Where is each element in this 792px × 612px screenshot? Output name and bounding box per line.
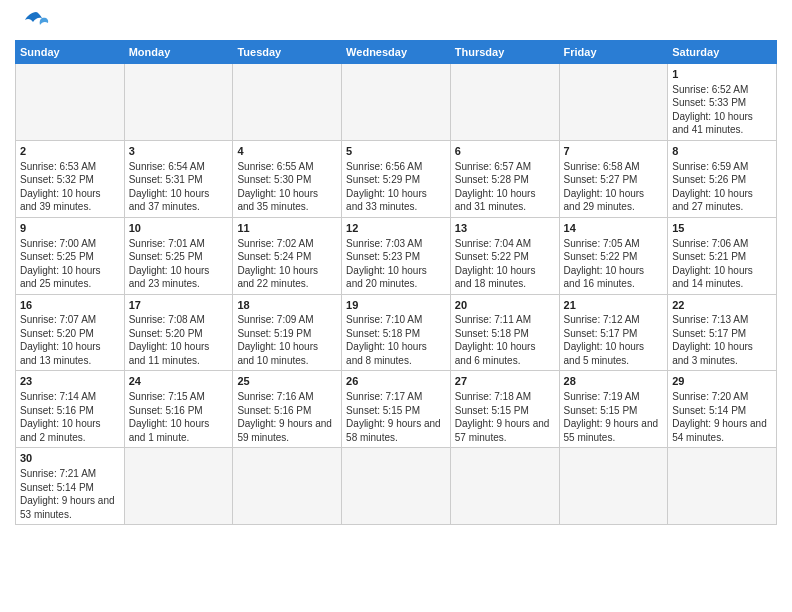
calendar-cell: 15Sunrise: 7:06 AM Sunset: 5:21 PM Dayli… bbox=[668, 217, 777, 294]
day-info: Sunrise: 7:00 AM Sunset: 5:25 PM Dayligh… bbox=[20, 237, 120, 291]
day-info: Sunrise: 7:17 AM Sunset: 5:15 PM Dayligh… bbox=[346, 390, 446, 444]
calendar-cell: 22Sunrise: 7:13 AM Sunset: 5:17 PM Dayli… bbox=[668, 294, 777, 371]
calendar-cell bbox=[233, 448, 342, 525]
day-info: Sunrise: 7:03 AM Sunset: 5:23 PM Dayligh… bbox=[346, 237, 446, 291]
day-number: 13 bbox=[455, 221, 555, 236]
day-number: 26 bbox=[346, 374, 446, 389]
calendar-cell: 13Sunrise: 7:04 AM Sunset: 5:22 PM Dayli… bbox=[450, 217, 559, 294]
calendar-cell bbox=[668, 448, 777, 525]
weekday-wednesday: Wednesday bbox=[342, 41, 451, 64]
day-info: Sunrise: 7:13 AM Sunset: 5:17 PM Dayligh… bbox=[672, 313, 772, 367]
day-number: 28 bbox=[564, 374, 664, 389]
calendar-cell: 4Sunrise: 6:55 AM Sunset: 5:30 PM Daylig… bbox=[233, 140, 342, 217]
day-number: 22 bbox=[672, 298, 772, 313]
day-info: Sunrise: 7:02 AM Sunset: 5:24 PM Dayligh… bbox=[237, 237, 337, 291]
day-info: Sunrise: 6:58 AM Sunset: 5:27 PM Dayligh… bbox=[564, 160, 664, 214]
day-number: 25 bbox=[237, 374, 337, 389]
day-info: Sunrise: 7:10 AM Sunset: 5:18 PM Dayligh… bbox=[346, 313, 446, 367]
calendar-cell: 5Sunrise: 6:56 AM Sunset: 5:29 PM Daylig… bbox=[342, 140, 451, 217]
day-number: 10 bbox=[129, 221, 229, 236]
day-number: 17 bbox=[129, 298, 229, 313]
day-info: Sunrise: 7:12 AM Sunset: 5:17 PM Dayligh… bbox=[564, 313, 664, 367]
day-number: 29 bbox=[672, 374, 772, 389]
day-info: Sunrise: 7:05 AM Sunset: 5:22 PM Dayligh… bbox=[564, 237, 664, 291]
day-number: 6 bbox=[455, 144, 555, 159]
day-info: Sunrise: 7:09 AM Sunset: 5:19 PM Dayligh… bbox=[237, 313, 337, 367]
calendar-cell: 9Sunrise: 7:00 AM Sunset: 5:25 PM Daylig… bbox=[16, 217, 125, 294]
day-number: 21 bbox=[564, 298, 664, 313]
calendar-row: 16Sunrise: 7:07 AM Sunset: 5:20 PM Dayli… bbox=[16, 294, 777, 371]
calendar-cell: 7Sunrise: 6:58 AM Sunset: 5:27 PM Daylig… bbox=[559, 140, 668, 217]
day-number: 15 bbox=[672, 221, 772, 236]
day-number: 20 bbox=[455, 298, 555, 313]
calendar-cell: 27Sunrise: 7:18 AM Sunset: 5:15 PM Dayli… bbox=[450, 371, 559, 448]
calendar-cell: 23Sunrise: 7:14 AM Sunset: 5:16 PM Dayli… bbox=[16, 371, 125, 448]
weekday-thursday: Thursday bbox=[450, 41, 559, 64]
weekday-saturday: Saturday bbox=[668, 41, 777, 64]
calendar-cell: 28Sunrise: 7:19 AM Sunset: 5:15 PM Dayli… bbox=[559, 371, 668, 448]
day-number: 7 bbox=[564, 144, 664, 159]
calendar-cell: 29Sunrise: 7:20 AM Sunset: 5:14 PM Dayli… bbox=[668, 371, 777, 448]
day-number: 1 bbox=[672, 67, 772, 82]
calendar-cell: 26Sunrise: 7:17 AM Sunset: 5:15 PM Dayli… bbox=[342, 371, 451, 448]
day-number: 11 bbox=[237, 221, 337, 236]
weekday-friday: Friday bbox=[559, 41, 668, 64]
day-info: Sunrise: 6:56 AM Sunset: 5:29 PM Dayligh… bbox=[346, 160, 446, 214]
calendar-cell: 18Sunrise: 7:09 AM Sunset: 5:19 PM Dayli… bbox=[233, 294, 342, 371]
calendar-cell bbox=[342, 64, 451, 141]
weekday-monday: Monday bbox=[124, 41, 233, 64]
day-number: 3 bbox=[129, 144, 229, 159]
calendar-cell: 14Sunrise: 7:05 AM Sunset: 5:22 PM Dayli… bbox=[559, 217, 668, 294]
weekday-header-row: SundayMondayTuesdayWednesdayThursdayFrid… bbox=[16, 41, 777, 64]
day-info: Sunrise: 6:55 AM Sunset: 5:30 PM Dayligh… bbox=[237, 160, 337, 214]
day-number: 18 bbox=[237, 298, 337, 313]
day-number: 16 bbox=[20, 298, 120, 313]
calendar-cell: 30Sunrise: 7:21 AM Sunset: 5:14 PM Dayli… bbox=[16, 448, 125, 525]
day-info: Sunrise: 7:01 AM Sunset: 5:25 PM Dayligh… bbox=[129, 237, 229, 291]
day-info: Sunrise: 6:53 AM Sunset: 5:32 PM Dayligh… bbox=[20, 160, 120, 214]
day-number: 9 bbox=[20, 221, 120, 236]
calendar-table: SundayMondayTuesdayWednesdayThursdayFrid… bbox=[15, 40, 777, 525]
calendar-cell: 6Sunrise: 6:57 AM Sunset: 5:28 PM Daylig… bbox=[450, 140, 559, 217]
weekday-tuesday: Tuesday bbox=[233, 41, 342, 64]
calendar-cell bbox=[450, 448, 559, 525]
calendar-cell: 16Sunrise: 7:07 AM Sunset: 5:20 PM Dayli… bbox=[16, 294, 125, 371]
logo bbox=[15, 10, 50, 32]
day-info: Sunrise: 7:04 AM Sunset: 5:22 PM Dayligh… bbox=[455, 237, 555, 291]
calendar-row: 30Sunrise: 7:21 AM Sunset: 5:14 PM Dayli… bbox=[16, 448, 777, 525]
header bbox=[15, 10, 777, 32]
day-info: Sunrise: 7:08 AM Sunset: 5:20 PM Dayligh… bbox=[129, 313, 229, 367]
calendar-cell: 24Sunrise: 7:15 AM Sunset: 5:16 PM Dayli… bbox=[124, 371, 233, 448]
calendar-cell: 8Sunrise: 6:59 AM Sunset: 5:26 PM Daylig… bbox=[668, 140, 777, 217]
day-number: 12 bbox=[346, 221, 446, 236]
calendar-cell: 2Sunrise: 6:53 AM Sunset: 5:32 PM Daylig… bbox=[16, 140, 125, 217]
calendar-row: 23Sunrise: 7:14 AM Sunset: 5:16 PM Dayli… bbox=[16, 371, 777, 448]
day-info: Sunrise: 7:14 AM Sunset: 5:16 PM Dayligh… bbox=[20, 390, 120, 444]
day-info: Sunrise: 6:54 AM Sunset: 5:31 PM Dayligh… bbox=[129, 160, 229, 214]
calendar-cell bbox=[124, 448, 233, 525]
day-number: 5 bbox=[346, 144, 446, 159]
calendar-cell: 11Sunrise: 7:02 AM Sunset: 5:24 PM Dayli… bbox=[233, 217, 342, 294]
calendar-cell bbox=[124, 64, 233, 141]
calendar-row: 2Sunrise: 6:53 AM Sunset: 5:32 PM Daylig… bbox=[16, 140, 777, 217]
day-number: 8 bbox=[672, 144, 772, 159]
day-info: Sunrise: 7:11 AM Sunset: 5:18 PM Dayligh… bbox=[455, 313, 555, 367]
calendar-cell: 12Sunrise: 7:03 AM Sunset: 5:23 PM Dayli… bbox=[342, 217, 451, 294]
page: SundayMondayTuesdayWednesdayThursdayFrid… bbox=[0, 0, 792, 612]
calendar-cell bbox=[16, 64, 125, 141]
calendar-cell bbox=[559, 448, 668, 525]
day-info: Sunrise: 7:19 AM Sunset: 5:15 PM Dayligh… bbox=[564, 390, 664, 444]
calendar-cell: 25Sunrise: 7:16 AM Sunset: 5:16 PM Dayli… bbox=[233, 371, 342, 448]
calendar-cell: 10Sunrise: 7:01 AM Sunset: 5:25 PM Dayli… bbox=[124, 217, 233, 294]
logo-area bbox=[15, 10, 50, 32]
day-info: Sunrise: 7:06 AM Sunset: 5:21 PM Dayligh… bbox=[672, 237, 772, 291]
calendar-cell: 20Sunrise: 7:11 AM Sunset: 5:18 PM Dayli… bbox=[450, 294, 559, 371]
calendar-row: 9Sunrise: 7:00 AM Sunset: 5:25 PM Daylig… bbox=[16, 217, 777, 294]
calendar-row: 1Sunrise: 6:52 AM Sunset: 5:33 PM Daylig… bbox=[16, 64, 777, 141]
calendar-cell bbox=[450, 64, 559, 141]
calendar-cell: 1Sunrise: 6:52 AM Sunset: 5:33 PM Daylig… bbox=[668, 64, 777, 141]
day-info: Sunrise: 6:52 AM Sunset: 5:33 PM Dayligh… bbox=[672, 83, 772, 137]
calendar-cell: 17Sunrise: 7:08 AM Sunset: 5:20 PM Dayli… bbox=[124, 294, 233, 371]
day-number: 4 bbox=[237, 144, 337, 159]
day-number: 27 bbox=[455, 374, 555, 389]
